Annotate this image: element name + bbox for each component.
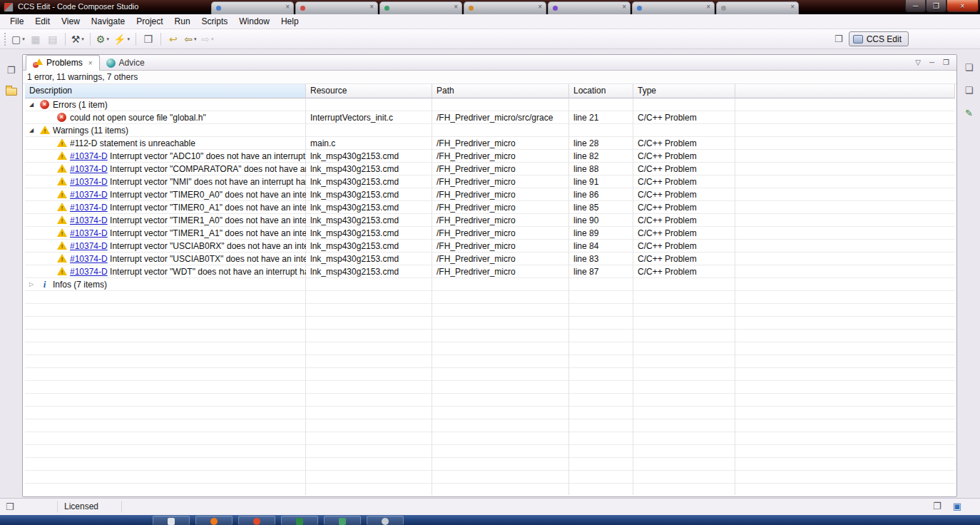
- tab-close-icon[interactable]: ×: [622, 3, 626, 11]
- perspective-ccs-edit-button[interactable]: CCS Edit: [849, 31, 909, 46]
- background-tab[interactable]: ×: [632, 1, 715, 14]
- menu-run[interactable]: Run: [169, 14, 196, 29]
- table-row[interactable]: !#10374-D Interrupt vector "USCIAB0RX" d…: [25, 240, 955, 253]
- tab-close-icon[interactable]: ×: [706, 3, 710, 11]
- table-row[interactable]: !#10374-D Interrupt vector "USCIAB0TX" d…: [25, 253, 955, 265]
- column-header-type[interactable]: Type: [633, 84, 735, 98]
- build-button[interactable]: ⚒▾: [69, 31, 86, 47]
- table-row[interactable]: !#10374-D Interrupt vector "COMPARATORA"…: [25, 163, 955, 175]
- flash-button[interactable]: ⚡▾: [111, 31, 132, 47]
- table-row[interactable]: !#10374-D Interrupt vector "ADC10" does …: [25, 150, 955, 163]
- open-element-button[interactable]: ❒: [140, 31, 157, 47]
- table-row[interactable]: ×could not open source file "global.h"In…: [25, 111, 955, 124]
- open-perspective-icon[interactable]: ❒: [834, 34, 843, 44]
- warning-mark: !: [57, 230, 67, 237]
- row-label: could not open source file "global.h": [70, 111, 306, 124]
- expander-expanded-icon[interactable]: ◢: [29, 101, 34, 109]
- minimized-view-2-button[interactable]: ❏: [961, 82, 977, 98]
- menu-view[interactable]: View: [56, 14, 86, 29]
- problem-id-link[interactable]: #10374-D: [70, 228, 108, 238]
- background-tab[interactable]: ×: [548, 1, 631, 14]
- taskbar-app-2[interactable]: [195, 516, 233, 525]
- background-tab[interactable]: ×: [295, 1, 378, 14]
- column-header-location[interactable]: Location: [569, 84, 633, 98]
- expander-collapsed-icon[interactable]: ▷: [29, 280, 34, 289]
- tab-close-icon[interactable]: ×: [454, 3, 458, 11]
- menu-project[interactable]: Project: [131, 14, 168, 29]
- table-row[interactable]: ◢×Errors (1 item): [25, 98, 955, 111]
- table-row[interactable]: !#112-D statement is unreachablemain.c/F…: [25, 137, 955, 150]
- problem-id-link[interactable]: #10374-D: [70, 190, 108, 200]
- close-button[interactable]: ×: [946, 0, 979, 12]
- menu-scripts[interactable]: Scripts: [196, 14, 234, 29]
- table-row[interactable]: ◢!Warnings (11 items): [25, 124, 955, 137]
- view-minimize-icon[interactable]: ─: [929, 58, 934, 67]
- new-button[interactable]: ▢▾: [9, 31, 27, 47]
- taskbar-app-5[interactable]: [324, 516, 361, 525]
- taskbar-app-6[interactable]: [367, 516, 404, 525]
- view-maximize-icon[interactable]: ❐: [943, 58, 949, 67]
- debug-button[interactable]: ⚙▾: [94, 31, 111, 47]
- menu-help[interactable]: Help: [275, 14, 305, 29]
- maximize-button[interactable]: ❐: [926, 0, 946, 12]
- background-tab[interactable]: ×: [211, 1, 294, 14]
- view-menu-icon[interactable]: ▽: [915, 58, 921, 67]
- problem-id-link[interactable]: #10374-D: [70, 177, 108, 187]
- table-body[interactable]: ◢×Errors (1 item)×could not open source …: [25, 98, 955, 495]
- tab-problems[interactable]: Problems×: [26, 55, 100, 71]
- background-tab[interactable]: ×: [716, 1, 799, 14]
- tab-favicon-icon: [300, 6, 305, 11]
- problem-id-link[interactable]: #10374-D: [70, 164, 108, 174]
- problem-id-link[interactable]: #10374-D: [70, 267, 108, 277]
- taskbar-app-4[interactable]: [281, 516, 318, 525]
- fast-view-icon[interactable]: ❒: [6, 501, 14, 512]
- restore-trim-icon[interactable]: ❐: [933, 501, 941, 511]
- table-row[interactable]: !#10374-D Interrupt vector "TIMER0_A1" d…: [25, 201, 955, 214]
- column-header-resource[interactable]: Resource: [306, 84, 432, 98]
- background-tab[interactable]: ×: [379, 1, 462, 14]
- dropdown-arrow-icon[interactable]: ▾: [194, 36, 197, 42]
- menu-navigate[interactable]: Navigate: [86, 14, 131, 29]
- minimize-button[interactable]: ─: [905, 0, 926, 12]
- menu-window[interactable]: Window: [233, 14, 275, 29]
- expander-expanded-icon[interactable]: ◢: [29, 126, 34, 135]
- restore-view-button[interactable]: ❐: [4, 62, 19, 78]
- warning-mark: !: [57, 153, 67, 160]
- taskbar-app-3[interactable]: [238, 516, 275, 525]
- last-edit-location-button[interactable]: ↩: [165, 31, 182, 47]
- tab-close-icon[interactable]: ×: [285, 3, 290, 11]
- table-row[interactable]: !#10374-D Interrupt vector "TIMER0_A0" d…: [25, 188, 955, 201]
- problem-id-link[interactable]: #10374-D: [70, 254, 108, 264]
- taskbar-app-1[interactable]: [153, 516, 190, 525]
- edit-marker-button[interactable]: ✎: [961, 105, 977, 121]
- background-tab[interactable]: ×: [464, 1, 546, 14]
- tab-close-icon[interactable]: ×: [88, 59, 93, 67]
- table-row[interactable]: !#10374-D Interrupt vector "NMI" does no…: [25, 175, 955, 188]
- table-row[interactable]: !#10374-D Interrupt vector "WDT" does no…: [25, 265, 955, 278]
- problem-id-link[interactable]: #10374-D: [70, 241, 108, 251]
- console-icon[interactable]: ▣: [953, 501, 961, 511]
- menu-file[interactable]: File: [4, 14, 29, 29]
- minimized-view-1-button[interactable]: ❏: [961, 59, 977, 75]
- dropdown-arrow-icon[interactable]: ▾: [81, 36, 84, 42]
- table-row[interactable]: !#10374-D Interrupt vector "TIMER1_A1" d…: [25, 227, 955, 240]
- dropdown-arrow-icon[interactable]: ▾: [211, 36, 214, 42]
- table-row[interactable]: ▷iInfos (7 items): [25, 278, 955, 291]
- problem-id-link[interactable]: #10374-D: [70, 203, 108, 213]
- table-row[interactable]: !#10374-D Interrupt vector "TIMER1_A0" d…: [25, 214, 955, 227]
- tab-close-icon[interactable]: ×: [790, 3, 795, 11]
- project-explorer-button[interactable]: [4, 83, 19, 99]
- column-header-description[interactable]: Description: [25, 84, 306, 98]
- back-button[interactable]: ⇦▾: [182, 31, 199, 47]
- problem-id-link[interactable]: #10374-D: [70, 215, 108, 225]
- problem-id-link[interactable]: #10374-D: [70, 151, 108, 161]
- column-header-path[interactable]: Path: [432, 84, 569, 98]
- dropdown-arrow-icon[interactable]: ▾: [127, 36, 130, 42]
- tab-close-icon[interactable]: ×: [369, 3, 374, 11]
- tab-close-icon[interactable]: ×: [538, 3, 542, 11]
- column-header-blank[interactable]: [735, 84, 955, 98]
- dropdown-arrow-icon[interactable]: ▾: [106, 36, 109, 42]
- tab-advice[interactable]: Advice: [100, 55, 151, 71]
- menu-edit[interactable]: Edit: [29, 14, 56, 29]
- dropdown-arrow-icon[interactable]: ▾: [22, 36, 25, 42]
